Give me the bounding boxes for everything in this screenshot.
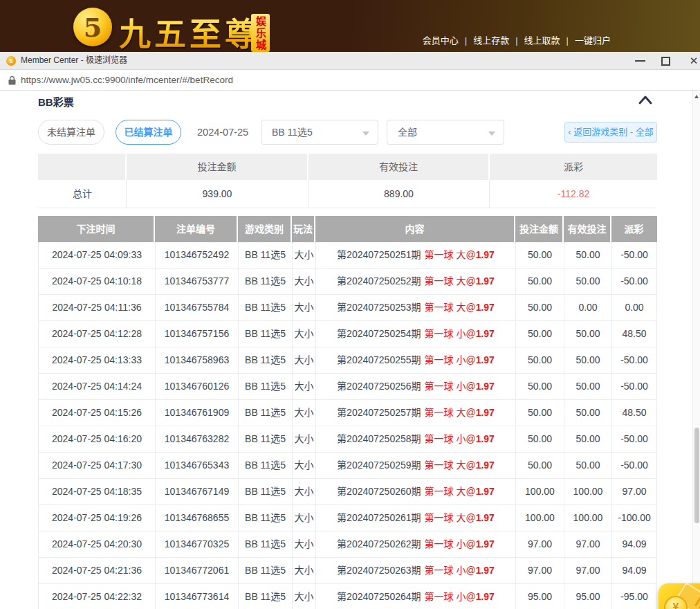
nav-one-key-transfer[interactable]: 一键归户 bbox=[575, 35, 611, 46]
cell-game-type: BB 11选5 bbox=[239, 479, 293, 505]
scrollbar-thumb[interactable] bbox=[694, 428, 699, 523]
bet-pick: 第一球 大@ bbox=[425, 486, 476, 497]
bet-period: 第202407250253期 bbox=[337, 302, 421, 313]
cell-bet-time: 2024-07-25 04:14:24 bbox=[38, 374, 156, 399]
bet-period: 第202407250251期 bbox=[337, 249, 421, 260]
cell-payout: -50.00 bbox=[612, 426, 657, 452]
cell-game-type: BB 11选5 bbox=[239, 426, 293, 452]
cell-payout: 48.50 bbox=[612, 321, 657, 347]
section-title: BB彩票 bbox=[38, 94, 74, 109]
nav-member-center[interactable]: 会员中心 bbox=[423, 35, 459, 46]
chevron-up-icon[interactable] bbox=[638, 94, 653, 105]
cell-bet-content: 第202407250264期第一球 小@1.97 bbox=[316, 584, 516, 609]
unsettled-tab[interactable]: 未结算注单 bbox=[38, 120, 104, 145]
close-button[interactable]: ✕ bbox=[686, 52, 700, 70]
cell-valid-bet: 50.00 bbox=[564, 269, 612, 294]
settled-tab[interactable]: 已结算注单 bbox=[116, 120, 181, 145]
cell-bet-time: 2024-07-25 04:22:32 bbox=[38, 584, 156, 609]
cell-payout: -95.00 bbox=[612, 584, 657, 609]
bet-period: 第202407250264期 bbox=[337, 591, 421, 602]
bet-period: 第202407250257期 bbox=[337, 407, 421, 418]
summary-header-payout: 派彩 bbox=[490, 154, 657, 180]
bet-pick: 第一球 小@ bbox=[425, 591, 476, 602]
cell-order-id: 101346760126 bbox=[156, 374, 239, 399]
bet-odds: 1.97 bbox=[476, 407, 495, 418]
cell-valid-bet: 100.00 bbox=[564, 505, 612, 531]
cell-play-type: 大小 bbox=[293, 531, 316, 557]
cell-valid-bet: 97.00 bbox=[564, 531, 612, 557]
cell-bet-amount: 100.00 bbox=[516, 505, 564, 531]
bet-odds: 1.97 bbox=[476, 486, 495, 497]
bet-period: 第202407250259期 bbox=[337, 460, 421, 471]
bet-odds: 1.97 bbox=[476, 354, 495, 365]
url-text[interactable]: https://www.jw05.cc:9900/infe/mcenter/#/… bbox=[21, 70, 233, 90]
cell-order-id: 101346772061 bbox=[156, 558, 239, 583]
cell-play-type: 大小 bbox=[293, 269, 316, 294]
header-play: 玩法 bbox=[292, 216, 315, 242]
bet-period: 第202407250256期 bbox=[337, 381, 421, 392]
url-bar[interactable]: https://www.jw05.cc:9900/infe/mcenter/#/… bbox=[0, 70, 700, 91]
logo-symbol: 5 bbox=[73, 8, 112, 46]
bet-pick: 第一球 大@ bbox=[425, 275, 476, 287]
scope-select-value: 全部 bbox=[398, 127, 417, 138]
cell-bet-amount: 50.00 bbox=[516, 453, 564, 478]
bet-period: 第202407250255期 bbox=[337, 354, 421, 365]
table-row: 2024-07-25 04:22:32 101346773614 BB 11选5… bbox=[38, 584, 657, 609]
nav-deposit[interactable]: 线上存款 bbox=[473, 35, 509, 46]
cell-bet-content: 第202407250256期第一球 小@1.97 bbox=[316, 374, 516, 399]
filter-row: 未结算注单 已结算注单 2024-07-25 BB 11选5 全部 ‹ 返回游戏… bbox=[0, 120, 700, 145]
cell-bet-amount: 50.00 bbox=[516, 347, 564, 373]
bet-odds: 1.97 bbox=[476, 381, 495, 392]
cell-play-type: 大小 bbox=[293, 558, 316, 583]
minimize-button[interactable] bbox=[635, 60, 645, 62]
game-select[interactable]: BB 11选5 bbox=[261, 120, 378, 145]
cell-bet-amount: 50.00 bbox=[516, 374, 564, 399]
cell-order-id: 101346767149 bbox=[156, 479, 239, 505]
header-valid: 有效投注 bbox=[564, 216, 611, 242]
chevron-down-icon bbox=[362, 131, 369, 136]
cell-game-type: BB 11选5 bbox=[239, 269, 293, 294]
summary-payout: -112.82 bbox=[490, 180, 657, 208]
cell-payout: -50.00 bbox=[612, 347, 657, 373]
cell-bet-content: 第202407250258期第一球 小@1.97 bbox=[316, 426, 516, 452]
nav-separator: | bbox=[567, 35, 569, 46]
bet-pick: 第一球 大@ bbox=[425, 460, 476, 471]
table-row: 2024-07-25 04:13:33 101346758963 BB 11选5… bbox=[38, 347, 657, 374]
cell-game-type: BB 11选5 bbox=[239, 295, 293, 320]
vertical-scrollbar[interactable] bbox=[692, 91, 700, 609]
table-row: 2024-07-25 04:17:30 101346765343 BB 11选5… bbox=[38, 453, 657, 479]
cell-play-type: 大小 bbox=[293, 505, 316, 531]
logo-coin-icon: 5 bbox=[73, 8, 112, 46]
bet-odds: 1.97 bbox=[476, 538, 495, 549]
bet-table: 下注时间 注单编号 游戏类别 玩法 内容 投注金额 有效投注 派彩 2024-0… bbox=[38, 216, 657, 609]
cell-bet-amount: 50.00 bbox=[516, 321, 564, 347]
maximize-button[interactable] bbox=[661, 57, 670, 66]
bet-pick: 第一球 小@ bbox=[425, 565, 476, 576]
cell-play-type: 大小 bbox=[293, 295, 316, 320]
cell-payout: -50.00 bbox=[612, 269, 657, 294]
cell-payout: -100.00 bbox=[612, 505, 657, 531]
bet-pick: 第一球 小@ bbox=[425, 538, 476, 549]
header-content: 内容 bbox=[315, 216, 515, 242]
coin-banknote-icon[interactable]: ¥ bbox=[658, 583, 700, 609]
bet-odds: 1.97 bbox=[476, 328, 495, 339]
summary-header-bet: 投注金额 bbox=[127, 154, 308, 180]
scope-select[interactable]: 全部 bbox=[387, 120, 504, 145]
page-content: BB彩票 未结算注单 已结算注单 2024-07-25 BB 11选5 全部 ‹… bbox=[0, 91, 700, 609]
back-to-category-button[interactable]: ‹ 返回游戏类别 - 全部 bbox=[564, 122, 657, 143]
date-picker[interactable]: 2024-07-25 bbox=[197, 120, 248, 145]
cell-bet-amount: 100.00 bbox=[516, 479, 564, 505]
cell-payout: 94.09 bbox=[612, 531, 657, 557]
summary-table: 投注金额 有效投注 派彩 总计 939.00 889.00 -112.82 bbox=[38, 154, 657, 208]
cell-game-type: BB 11选5 bbox=[239, 584, 293, 609]
cell-valid-bet: 0.00 bbox=[564, 295, 612, 320]
bet-pick: 第一球 小@ bbox=[425, 433, 476, 444]
logo-badge: 娱乐城 bbox=[251, 14, 270, 52]
cell-play-type: 大小 bbox=[293, 453, 316, 478]
nav-withdraw[interactable]: 线上取款 bbox=[524, 35, 560, 46]
nav-separator: | bbox=[515, 35, 517, 46]
header-time: 下注时间 bbox=[38, 216, 155, 242]
triangle-up-icon[interactable] bbox=[694, 95, 699, 98]
cell-bet-content: 第202407250257期第一球 大@1.97 bbox=[316, 400, 516, 426]
bet-pick: 第一球 小@ bbox=[425, 328, 476, 339]
